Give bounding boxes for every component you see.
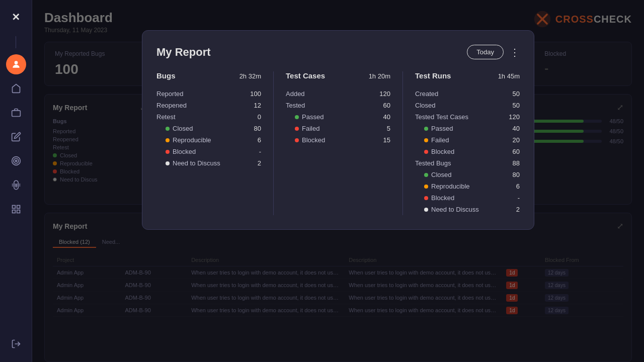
modal-row: Blocked15 — [286, 134, 390, 146]
more-options-button[interactable]: ⋮ — [510, 46, 520, 58]
svg-point-4 — [15, 160, 17, 161]
modal-col-testcases-rows: Added120Tested60Passed40Failed5Blocked15 — [286, 88, 390, 146]
modal-col-testcases-header: Test Cases 1h 20m — [286, 71, 390, 80]
modal-row: Tested Bugs88 — [415, 157, 520, 169]
modal-row-value: 80 — [513, 171, 520, 178]
modal-row-value: 12 — [254, 102, 261, 109]
modal-col-testcases-time: 1h 20m — [369, 72, 390, 80]
svg-point-3 — [14, 158, 19, 163]
modal-col-bugs: Bugs 2h 32m Reported100Reopened12Retest0… — [156, 71, 274, 215]
modal-row: Added120 — [286, 88, 390, 100]
modal-row-label: Need to Discuss — [156, 159, 220, 167]
modal-row-label: Passed — [415, 125, 453, 132]
modal-row-value: 2 — [258, 159, 261, 167]
modal-row-value: 60 — [513, 148, 520, 155]
modal-row: Retest0 — [156, 111, 261, 123]
modal-col-bugs-header: Bugs 2h 32m — [156, 71, 261, 80]
modal-col-testruns: Test Runs 1h 45m Created50Closed50Tested… — [415, 71, 520, 215]
modal-row-label: Closed — [415, 102, 435, 109]
modal-row-value: 88 — [513, 159, 520, 167]
modal-row-value: 15 — [383, 136, 390, 144]
modal-col-testcases-title: Test Cases — [286, 71, 325, 80]
modal-overlay[interactable]: My Report Today ⋮ Bugs 2h 32m Reported10… — [32, 0, 644, 362]
modal-row: Blocked60 — [415, 146, 520, 157]
modal-row: Blocked- — [156, 146, 261, 157]
modal-row-label: Need to Discuss — [415, 206, 479, 213]
modal-row-value: 5 — [387, 125, 390, 132]
modal-row: Tested60 — [286, 100, 390, 111]
svg-point-0 — [14, 61, 18, 64]
sidebar-item-user[interactable] — [6, 54, 26, 74]
svg-rect-5 — [12, 206, 15, 209]
modal-col-testruns-title: Test Runs — [415, 71, 451, 80]
modal-my-report: My Report Today ⋮ Bugs 2h 32m Reported10… — [142, 30, 534, 230]
modal-row-value: - — [259, 148, 261, 155]
modal-row-label: Added — [286, 90, 305, 98]
modal-row: Blocked- — [415, 192, 520, 204]
modal-row: Reported100 — [156, 88, 261, 100]
svg-rect-1 — [12, 111, 20, 117]
modal-row-label: Reproducible — [156, 136, 211, 144]
modal-columns: Bugs 2h 32m Reported100Reopened12Retest0… — [156, 71, 520, 215]
svg-rect-6 — [17, 206, 20, 209]
sidebar-item-home[interactable] — [6, 78, 26, 99]
modal-row: Failed5 — [286, 123, 390, 134]
modal-row: Passed40 — [415, 123, 520, 134]
modal-row: Closed80 — [415, 169, 520, 180]
sidebar: ✕ — [0, 0, 32, 362]
modal-row-value: 80 — [254, 125, 261, 132]
modal-col-bugs-title: Bugs — [156, 71, 176, 80]
sidebar-divider — [16, 36, 16, 48]
modal-row: Created50 — [415, 88, 520, 100]
modal-row: Need to Discuss2 — [415, 204, 520, 215]
sidebar-item-bug[interactable] — [6, 175, 26, 195]
modal-row: Need to Discuss2 — [156, 157, 261, 169]
modal-row-value: 40 — [383, 113, 390, 121]
sidebar-item-logout[interactable] — [6, 334, 26, 354]
modal-row: Reproducible6 — [156, 134, 261, 146]
svg-point-2 — [12, 157, 20, 165]
modal-row-value: 60 — [383, 102, 390, 109]
sidebar-item-target[interactable] — [6, 151, 26, 171]
modal-col-testruns-rows: Created50Closed50Tested Test Cases120Pas… — [415, 88, 520, 215]
modal-row: Tested Test Cases120 — [415, 111, 520, 123]
sidebar-item-edit[interactable] — [6, 127, 26, 147]
modal-row-label: Passed — [286, 113, 324, 121]
modal-col-testcases: Test Cases 1h 20m Added120Tested60Passed… — [286, 71, 403, 215]
modal-title: My Report — [156, 46, 211, 59]
modal-row-value: 40 — [513, 125, 520, 132]
sidebar-item-grid[interactable] — [6, 199, 26, 219]
modal-row-value: 50 — [513, 90, 520, 98]
today-button[interactable]: Today — [467, 45, 504, 59]
modal-row-label: Failed — [415, 136, 449, 144]
modal-row-label: Tested Bugs — [415, 159, 451, 167]
modal-row-value: 6 — [516, 183, 520, 190]
modal-row-value: 20 — [513, 136, 520, 144]
modal-row-label: Reported — [156, 90, 183, 98]
modal-row-label: Blocked — [286, 136, 325, 144]
modal-row-value: 120 — [509, 113, 520, 121]
modal-col-bugs-time: 2h 32m — [239, 72, 261, 80]
modal-row-value: 0 — [258, 113, 261, 121]
modal-col-testruns-header: Test Runs 1h 45m — [415, 71, 520, 80]
modal-row-label: Closed — [156, 125, 193, 132]
modal-row-value: 100 — [250, 90, 261, 98]
modal-row-label: Blocked — [156, 148, 196, 155]
modal-row: Reproducible6 — [415, 180, 520, 192]
modal-row-label: Retest — [156, 113, 176, 121]
modal-row: Reopened12 — [156, 100, 261, 111]
modal-row-label: Tested — [286, 102, 305, 109]
modal-row-label: Closed — [415, 171, 451, 178]
modal-row: Closed50 — [415, 100, 520, 111]
modal-actions: Today ⋮ — [467, 45, 520, 59]
modal-col-bugs-rows: Reported100Reopened12Retest0Closed80Repr… — [156, 88, 261, 169]
modal-row-label: Reopened — [156, 102, 187, 109]
modal-row-value: 120 — [379, 90, 390, 98]
svg-rect-8 — [17, 210, 20, 213]
modal-row-value: 50 — [513, 102, 520, 109]
sidebar-item-work[interactable] — [6, 103, 26, 123]
modal-row: Closed80 — [156, 123, 261, 134]
modal-row-label: Blocked — [415, 194, 454, 202]
modal-row-value: - — [518, 194, 520, 202]
modal-row: Failed20 — [415, 134, 520, 146]
